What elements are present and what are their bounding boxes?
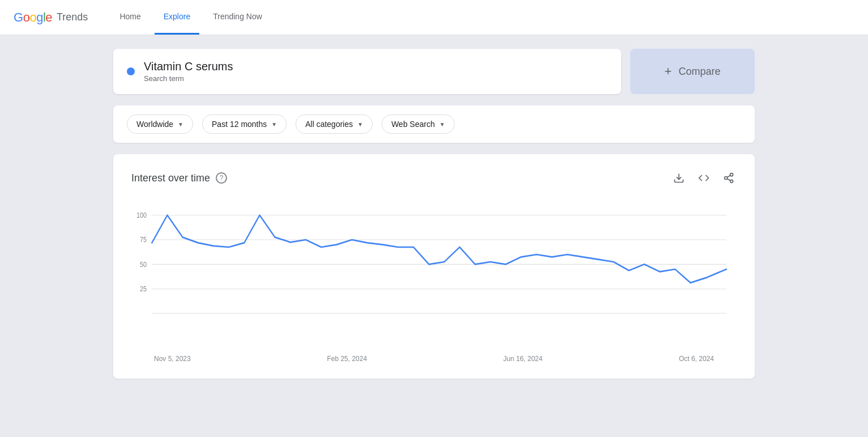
filter-time[interactable]: Past 12 months ▼ [202,114,287,134]
chevron-down-icon: ▼ [178,121,183,128]
svg-line-5 [727,175,730,177]
x-axis-labels: Nov 5, 2023 Feb 25, 2024 Jun 16, 2024 Oc… [131,350,737,363]
nav-explore[interactable]: Explore [155,0,199,35]
search-box: Vitamin C serums Search term [113,49,621,94]
svg-line-4 [727,179,730,180]
search-term-name: Vitamin C serums [144,60,233,73]
filter-search-type[interactable]: Web Search ▼ [382,114,455,134]
x-label-3: Jun 16, 2024 [503,355,542,363]
svg-point-1 [730,173,733,176]
embed-button[interactable] [696,170,712,186]
filters-section: Worldwide ▼ Past 12 months ▼ All categor… [113,105,755,143]
nav-trending[interactable]: Trending Now [204,0,271,35]
download-button[interactable] [671,170,687,186]
x-label-4: Oct 6, 2024 [679,355,714,363]
chevron-down-icon: ▼ [271,121,277,128]
header: Google Trends Home Explore Trending Now [0,0,868,35]
compare-box[interactable]: + Compare [630,49,755,94]
filter-category-label: All categories [305,120,353,129]
interest-chart: 100 75 50 25 [131,203,737,350]
chart-actions [671,170,737,186]
chart-header: Interest over time ? [131,170,737,186]
chart-card: Interest over time ? [113,154,755,379]
chart-title-area: Interest over time ? [131,172,227,184]
svg-text:50: 50 [140,260,147,269]
chevron-down-icon: ▼ [439,121,445,128]
chevron-down-icon: ▼ [357,121,363,128]
help-icon[interactable]: ? [216,172,227,184]
filter-region-label: Worldwide [136,120,173,129]
svg-text:75: 75 [140,235,147,244]
svg-point-2 [725,177,728,180]
x-label-1: Nov 5, 2023 [154,355,191,363]
compare-plus-icon: + [665,64,672,79]
filter-time-label: Past 12 months [212,120,267,129]
chart-area: 100 75 50 25 [131,203,737,350]
filter-category[interactable]: All categories ▼ [296,114,373,134]
main-content: Vitamin C serums Search term + Compare W… [0,35,868,392]
main-nav: Home Explore Trending Now [110,0,271,35]
google-logo: Google [14,10,52,25]
svg-text:100: 100 [136,211,147,219]
search-dot [127,67,135,75]
filter-search-type-label: Web Search [391,120,435,129]
chart-title: Interest over time [131,172,210,184]
search-term-type: Search term [144,74,233,83]
search-section: Vitamin C serums Search term + Compare [113,49,755,94]
logo-area: Google Trends [14,10,88,25]
filter-region[interactable]: Worldwide ▼ [127,114,193,134]
search-term-info: Vitamin C serums Search term [144,60,233,83]
x-label-2: Feb 25, 2024 [327,355,367,363]
nav-home[interactable]: Home [110,0,149,35]
svg-text:25: 25 [140,285,147,293]
compare-label: Compare [678,66,720,78]
trends-label: Trends [57,11,88,23]
svg-point-3 [730,180,733,183]
share-button[interactable] [721,170,737,186]
